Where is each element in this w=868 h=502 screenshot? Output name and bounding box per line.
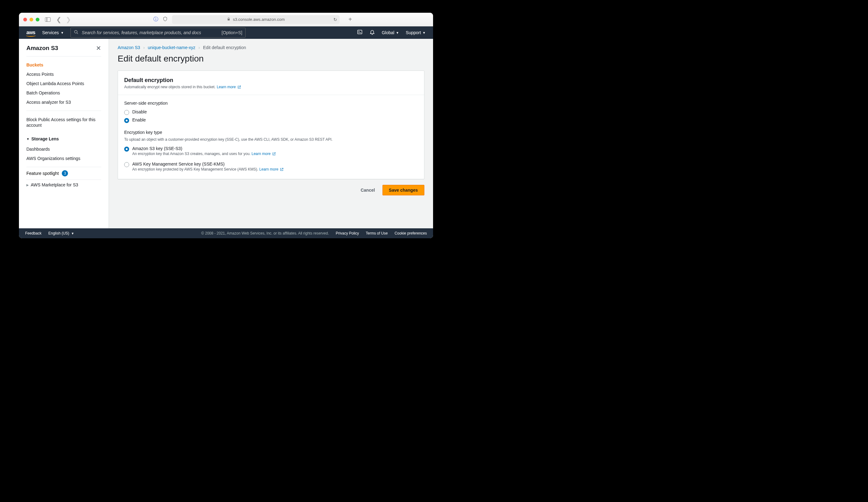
aws-header: aws Services ▼ Search for services, feat… — [19, 27, 433, 39]
traffic-lights — [23, 18, 39, 21]
sidebar-item-block-public-access[interactable]: Block Public Access settings for this ac… — [19, 114, 108, 130]
breadcrumb-bucket[interactable]: unique-bucket-name-xyz — [148, 45, 195, 50]
external-link-icon — [237, 85, 241, 89]
new-tab-button[interactable]: + — [348, 16, 352, 23]
svg-rect-2 — [358, 30, 362, 34]
chevron-down-icon: ▼ — [27, 137, 30, 141]
learn-more-link[interactable]: Learn more — [259, 167, 283, 171]
chevron-down-icon: ▼ — [423, 31, 426, 34]
radio-sse-disable[interactable]: Disable — [124, 108, 418, 116]
window-maximize-button[interactable] — [36, 18, 39, 21]
sidebar-item-org-settings[interactable]: AWS Organizations settings — [19, 154, 108, 163]
cloudshell-icon[interactable] — [357, 29, 363, 36]
sidebar-item-batch-operations[interactable]: Batch Operations — [19, 88, 108, 98]
lock-icon — [227, 17, 230, 22]
search-shortcut: [Option+S] — [222, 30, 242, 35]
nav-forward-icon[interactable]: ❯ — [66, 16, 71, 23]
browser-window: ❮ ❯ ⓘ s3.console.aws.amazon.com ↻ + aws … — [19, 13, 433, 238]
search-placeholder: Search for services, features, marketpla… — [82, 30, 201, 35]
search-icon — [74, 30, 79, 36]
breadcrumb: Amazon S3 › unique-bucket-name-xyz › Edi… — [118, 45, 424, 50]
window-minimize-button[interactable] — [30, 18, 33, 21]
sidebar-item-object-lambda[interactable]: Object Lambda Access Points — [19, 79, 108, 88]
sidebar-item-access-points[interactable]: Access Points — [19, 70, 108, 79]
cookie-link[interactable]: Cookie preferences — [395, 231, 427, 235]
sidebar-section-storage-lens[interactable]: ▼ Storage Lens — [19, 134, 108, 144]
toggle-sidebar-icon[interactable] — [45, 17, 51, 22]
sidebar-title: Amazon S3 — [27, 45, 58, 52]
radio-sse-enable[interactable]: Enable — [124, 116, 418, 124]
terms-link[interactable]: Terms of Use — [366, 231, 388, 235]
sidebar-item-access-analyzer[interactable]: Access analyzer for S3 — [19, 98, 108, 107]
services-label: Services — [42, 30, 59, 35]
radio-icon — [124, 118, 129, 123]
sse-label: Server-side encryption — [124, 101, 418, 106]
close-icon[interactable]: ✕ — [96, 44, 101, 52]
browser-toolbar: ❮ ❯ ⓘ s3.console.aws.amazon.com ↻ + — [19, 13, 433, 27]
sidebar: Amazon S3 ✕ Buckets Access Points Object… — [19, 39, 109, 228]
svg-point-0 — [74, 30, 77, 33]
breadcrumb-root[interactable]: Amazon S3 — [118, 45, 140, 50]
svg-line-1 — [77, 33, 78, 34]
radio-icon — [124, 162, 129, 167]
notifications-icon[interactable] — [370, 29, 375, 36]
feedback-link[interactable]: Feedback — [25, 231, 42, 235]
chevron-right-icon: › — [143, 45, 145, 50]
radio-keytype-sse-s3[interactable]: Amazon S3 key (SSE-S3) An encryption key… — [124, 145, 418, 157]
learn-more-link[interactable]: Learn more — [251, 152, 276, 156]
action-row: Cancel Save changes — [118, 185, 424, 195]
services-menu[interactable]: Services ▼ — [42, 30, 64, 35]
chevron-down-icon: ▼ — [396, 31, 399, 34]
sidebar-item-marketplace[interactable]: ▶ AWS Marketplace for S3 — [19, 180, 108, 190]
url-host: s3.console.aws.amazon.com — [233, 17, 285, 22]
main-content: Amazon S3 › unique-bucket-name-xyz › Edi… — [109, 39, 433, 228]
learn-more-link[interactable]: Learn more — [217, 85, 241, 89]
external-link-icon — [272, 152, 276, 156]
encryption-panel: Default encryption Automatically encrypt… — [118, 71, 424, 179]
feature-spotlight[interactable]: Feature spotlight 3 — [19, 167, 108, 180]
chevron-right-icon: › — [198, 45, 200, 50]
global-search[interactable]: Search for services, features, marketpla… — [71, 28, 246, 38]
breadcrumb-current: Edit default encryption — [203, 45, 246, 50]
keytype-label: Encryption key type — [124, 130, 418, 135]
chevron-down-icon: ▼ — [61, 31, 64, 34]
support-menu[interactable]: Support▼ — [406, 30, 426, 35]
keytype-hint: To upload an object with a customer-prov… — [124, 137, 418, 142]
nav-back-icon[interactable]: ❮ — [56, 16, 61, 23]
panel-title: Default encryption — [124, 77, 418, 83]
chevron-right-icon: ▶ — [27, 183, 29, 187]
sidebar-nav-primary: Buckets Access Points Object Lambda Acce… — [19, 57, 108, 111]
refresh-icon[interactable]: ↻ — [333, 17, 337, 22]
page-title: Edit default encryption — [118, 54, 424, 64]
external-link-icon — [280, 168, 284, 171]
radio-icon — [124, 147, 129, 152]
footer: Feedback English (US) ▼ © 2008 - 2021, A… — [19, 228, 433, 238]
radio-icon — [124, 110, 129, 115]
chevron-down-icon: ▼ — [71, 232, 74, 235]
cancel-button[interactable]: Cancel — [361, 188, 375, 193]
sidebar-item-dashboards[interactable]: Dashboards — [19, 144, 108, 154]
copyright-text: © 2008 - 2021, Amazon Web Services, Inc.… — [201, 231, 329, 235]
feature-spotlight-badge: 3 — [62, 170, 68, 177]
window-close-button[interactable] — [23, 18, 27, 21]
region-selector[interactable]: Global▼ — [382, 30, 399, 35]
language-selector[interactable]: English (US) ▼ — [49, 231, 74, 235]
save-changes-button[interactable]: Save changes — [382, 185, 424, 195]
privacy-report-icon[interactable] — [163, 17, 168, 23]
password-manager-icon[interactable]: ⓘ — [153, 16, 158, 23]
aws-logo[interactable]: aws — [27, 30, 35, 36]
radio-keytype-sse-kms[interactable]: AWS Key Management Service key (SSE-KMS)… — [124, 160, 418, 173]
panel-description: Automatically encrypt new objects stored… — [124, 85, 215, 89]
privacy-link[interactable]: Privacy Policy — [336, 231, 359, 235]
sidebar-item-buckets[interactable]: Buckets — [19, 60, 108, 70]
url-bar[interactable]: s3.console.aws.amazon.com ↻ — [172, 15, 340, 24]
